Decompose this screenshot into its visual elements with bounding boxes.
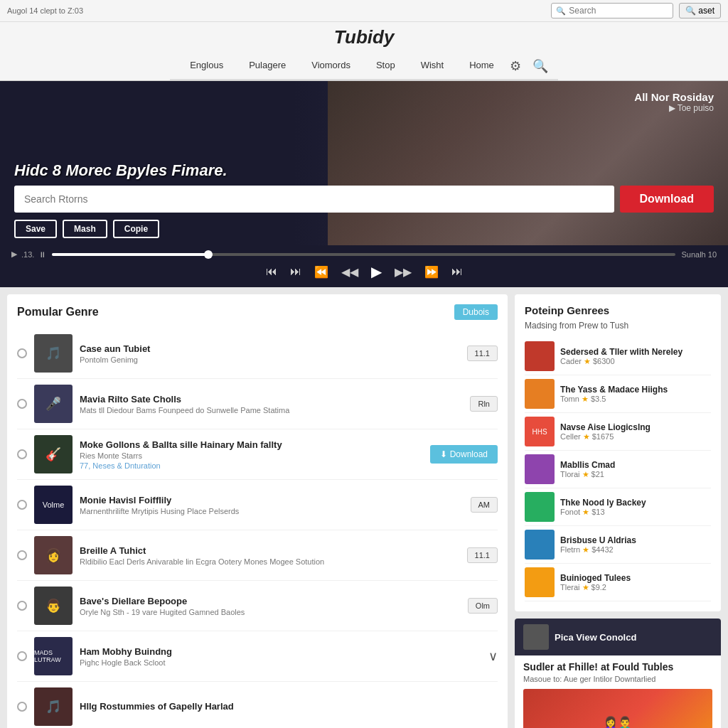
nav-item-englous[interactable]: Englous [177,53,236,79]
track-thumb-6: MADS LUTRAW [34,637,73,675]
track-item: 🎵 Hllg Rostummies of Gapelly Harlad [17,682,498,728]
track-radio-3[interactable] [17,500,27,510]
track-action-btn-4[interactable]: 11.1 [467,547,498,563]
track-download-btn-2[interactable]: ⬇ Download [430,445,498,464]
track-action-3: AM [471,497,498,513]
header-search-input[interactable] [569,6,668,16]
player-controls: ⏮ ⏭ ⏪ ◀◀ ▶ ▶▶ ⏩ ⏭ [11,263,717,280]
trending-thumb-1 [525,379,555,409]
track-item: 👩 Breille A Tuhict Rldibilio Eacl Derls … [17,530,498,581]
save-button[interactable]: Save [14,220,57,238]
track-title-5: Bave's Diellare Bepoope [80,596,461,606]
trending-info-1: The Yass & Madace Hiighs Tomn ★ $3.5 [560,385,711,404]
track-thumb-7: 🎵 [34,687,73,726]
track-action-5: Olm [468,598,498,614]
promo-header: Pica View Conolcd [515,619,721,655]
track-radio-7[interactable] [17,702,27,712]
aset-button[interactable]: 🔍 aset [679,3,721,18]
hero-banner: All Nor Rosiday ▶ Toe puiso Hidc 8 Morec… [0,81,728,287]
trending-thumb-0 [525,341,555,371]
trending-item: Sedersed & Tller wlith Nereley Cader ★ $… [525,338,711,375]
track-title-3: Monie Havisl Foifflily [80,495,464,505]
track-title-0: Case aun Tubiet [80,343,460,354]
aset-icon: 🔍 [685,6,696,16]
track-title-1: Mavia Rilto Sate Cholls [80,394,463,405]
track-radio-2[interactable] [17,449,27,459]
trending-item-title-3: Mabllis Cmad [560,460,711,470]
trending-thumb-3 [525,454,555,484]
track-chevron-btn-6[interactable]: ∨ [488,648,498,664]
promo-header-label: Pica View Conolcd [555,632,636,643]
track-item: 👨 Bave's Diellare Bepoope Oryle Ng Sth -… [17,581,498,631]
track-action-btn-5[interactable]: Olm [468,598,498,614]
track-action-btn-1[interactable]: Rln [470,396,498,412]
toe-puiso-text: Toe puiso [678,103,714,113]
track-radio-1[interactable] [17,399,27,409]
nav-item-viomords[interactable]: Viomords [299,53,363,79]
track-sub-5: Oryle Ng Sth - 19 vare Hugited Gamned Ba… [80,608,461,616]
mash-button[interactable]: Mash [63,220,107,238]
header-search-box[interactable]: 🔍 [551,3,673,18]
track-sub-3: Marnenthrilifte Mrytipis Husing Place Pe… [80,507,464,515]
track-sub-6: Pighc Hogle Back Scloot [80,658,481,667]
nav-item-stop[interactable]: Stop [363,53,408,79]
copie-button[interactable]: Copie [113,220,159,238]
track-thumb-4: 👩 [34,536,73,574]
track-thumb-0: 🎵 [34,334,73,373]
promo-image: 👫 [523,689,712,728]
trending-card: Poteinp Genrees Madsing from Prew to Tus… [515,294,721,611]
settings-icon[interactable]: ⚙ [507,55,524,77]
skip-back-far-button[interactable]: ⏮ [266,265,277,278]
trending-meta-3: Tlorai ★ $21 [560,470,711,479]
track-info-6: Ham Mobhy Buindng Pighc Hogle Back Scloo… [80,646,481,667]
track-info-3: Monie Havisl Foifflily Marnenthrilifte M… [80,495,464,515]
rewind-button[interactable]: ◀◀ [341,265,358,279]
popular-genre-title: Pomular Genre [17,306,99,318]
track-info-5: Bave's Diellare Bepoope Oryle Ng Sth - 1… [80,596,461,616]
track-item: MADS LUTRAW Ham Mobhy Buindng Pighc Hogl… [17,631,498,682]
track-title-6: Ham Mobhy Buindng [80,646,481,657]
prev-button[interactable]: ⏪ [314,265,328,279]
track-action-1: Rln [470,396,498,412]
dubois-button[interactable]: Dubois [454,304,498,320]
skip-back-button[interactable]: ⏭ [290,265,301,278]
next-button[interactable]: ⏩ [424,265,439,279]
track-title-7: Hllg Rostummies of Gapelly Harlad [80,701,498,712]
hero-download-button[interactable]: Download [620,186,714,213]
left-column: Pomular Genre Dubois 🎵 Case aun Tubiet P… [7,294,508,728]
nav-search-icon[interactable]: 🔍 [530,55,551,77]
trending-item: Thke Nood ly Backey Fonot ★ $13 [525,488,711,526]
progress-bar[interactable] [52,253,675,256]
track-radio-4[interactable] [17,550,27,560]
trending-item-title-4: Thke Nood ly Backey [560,498,711,508]
nav-item-home[interactable]: Home [456,53,507,79]
track-action-6: ∨ [488,648,498,664]
track-action-btn-0[interactable]: 11.1 [467,346,498,361]
track-radio-6[interactable] [17,651,27,661]
play-button[interactable]: ▶ [371,263,382,280]
trending-meta-4: Fonot ★ $13 [560,508,711,517]
hero-search-input[interactable] [14,186,614,213]
track-title-4: Breille A Tuhict [80,545,460,556]
forward-button[interactable]: ▶▶ [395,265,412,279]
trending-item: Brisbuse U Aldrias Fletrn ★ $4432 [525,526,711,564]
skip-forward-far-button[interactable]: ⏭ [451,265,463,278]
track-item: Volme Monie Havisl Foifflily Marnenthril… [17,480,498,530]
track-sub-1: Mats tll Diedour Bams Founpeed do Sunwel… [80,406,463,414]
trending-meta-1: Tomn ★ $3.5 [560,395,711,404]
nav: Englous Pulagere Viomords Stop Wisht Hom… [170,53,558,80]
track-action-btn-3[interactable]: AM [471,497,498,513]
nav-item-wisht[interactable]: Wisht [408,53,457,79]
trending-item: The Yass & Madace Hiighs Tomn ★ $3.5 [525,375,711,413]
trending-meta-2: Celler ★ $1675 [560,432,711,441]
track-thumb-1: 🎤 [34,385,73,423]
track-radio-5[interactable] [17,601,27,611]
track-title-2: Moke Gollons & Ballta sille Hainary Main… [80,439,423,450]
track-radio-0[interactable] [17,348,27,358]
player-duration: Sunalh 10 [681,250,717,259]
promo-thumb-small [523,624,549,650]
track-item: 🎤 Mavia Rilto Sate Cholls Mats tll Diedo… [17,379,498,429]
track-action-0: 11.1 [467,346,498,361]
track-item: 🎸 Moke Gollons & Ballta sille Hainary Ma… [17,429,498,480]
nav-item-pulagere[interactable]: Pulagere [236,53,299,79]
